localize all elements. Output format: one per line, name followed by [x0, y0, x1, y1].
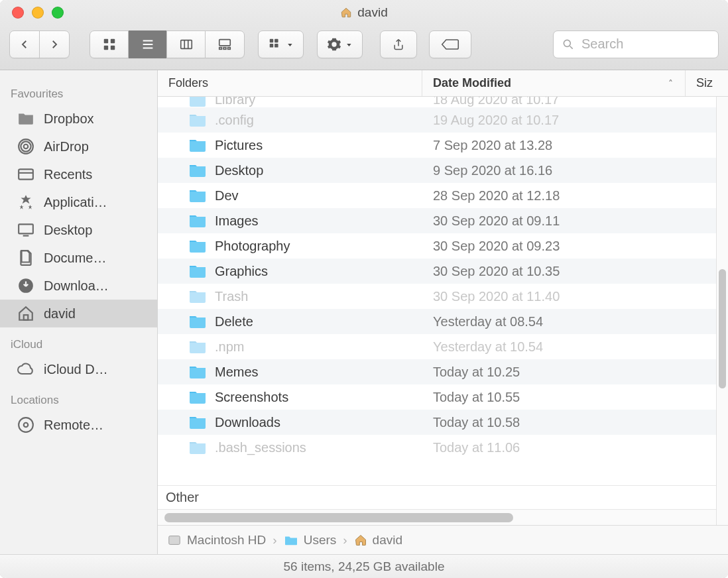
sidebar[interactable]: FavouritesDropboxAirDropRecentsApplicati… — [0, 70, 158, 554]
folder-icon — [188, 264, 207, 278]
path-segment[interactable]: david — [354, 533, 402, 548]
file-row[interactable]: Trash30 Sep 2020 at 11.40 — [158, 284, 716, 309]
svg-rect-14 — [270, 38, 274, 42]
svg-rect-7 — [180, 40, 192, 48]
path-label: Macintosh HD — [187, 533, 266, 548]
path-bar: Macintosh HD›Users›david — [158, 525, 728, 554]
back-button[interactable] — [9, 30, 40, 58]
sidebar-item-label: Downloa… — [44, 278, 109, 294]
horizontal-scrollbar[interactable] — [158, 509, 716, 525]
sidebar-item-applicati[interactable]: Applicati… — [0, 188, 157, 216]
file-name: Images — [215, 213, 259, 229]
folder-icon — [188, 314, 207, 329]
sidebar-section-title: iCloud — [0, 327, 157, 355]
path-segment[interactable]: Users — [284, 533, 337, 548]
file-name: Trash — [215, 289, 248, 304]
action-menu-button[interactable]: ▼ — [317, 30, 363, 58]
disc-icon — [16, 416, 36, 434]
svg-rect-0 — [103, 38, 107, 42]
share-button[interactable] — [380, 30, 417, 58]
svg-rect-10 — [219, 39, 231, 45]
file-row[interactable]: DownloadsToday at 10.58 — [158, 410, 716, 435]
home-icon — [340, 7, 352, 19]
file-row[interactable]: .bash_sessionsToday at 11.06 — [158, 435, 716, 460]
svg-rect-28 — [24, 315, 29, 320]
sidebar-item-icloudd[interactable]: iCloud D… — [0, 355, 157, 383]
file-date: 30 Sep 2020 at 10.35 — [422, 264, 716, 279]
file-row[interactable]: Library18 Aug 2020 at 10.17 — [158, 97, 716, 107]
sidebar-item-david[interactable]: david — [0, 300, 157, 327]
file-date: Today at 10.58 — [422, 415, 716, 430]
file-name: Delete — [215, 314, 253, 329]
file-name: Photography — [215, 239, 290, 254]
file-row[interactable]: ScreenshotsToday at 10.55 — [158, 384, 716, 410]
search-icon — [562, 38, 575, 51]
icloud-icon — [16, 361, 36, 378]
file-name: Dev — [215, 188, 239, 203]
horizontal-scroll-thumb[interactable] — [164, 513, 513, 522]
documents-icon — [16, 249, 36, 266]
home-icon — [354, 534, 367, 547]
sidebar-item-recents[interactable]: Recents — [0, 160, 157, 188]
path-segment[interactable]: Macintosh HD — [167, 533, 266, 548]
file-date: 30 Sep 2020 at 09.11 — [422, 213, 716, 229]
view-switcher — [90, 30, 245, 58]
file-row[interactable]: Desktop9 Sep 2020 at 16.16 — [158, 158, 716, 183]
tags-button[interactable] — [429, 30, 471, 58]
vertical-scroll-thumb[interactable] — [719, 269, 726, 388]
svg-rect-17 — [274, 44, 278, 48]
file-date: Yesterday at 10.54 — [422, 339, 716, 355]
svg-point-20 — [24, 144, 29, 149]
column-view-button[interactable] — [167, 30, 206, 58]
forward-button[interactable] — [39, 30, 70, 58]
svg-rect-25 — [19, 224, 33, 233]
sidebar-item-dropbox[interactable]: Dropbox — [0, 105, 157, 133]
sidebar-item-desktop[interactable]: Desktop — [0, 216, 157, 244]
file-date: Today at 10.55 — [422, 390, 716, 405]
file-row[interactable]: Pictures7 Sep 2020 at 13.28 — [158, 133, 716, 158]
file-row[interactable]: .npmYesterday at 10.54 — [158, 334, 716, 359]
file-date: 9 Sep 2020 at 16.16 — [422, 163, 716, 178]
sidebar-item-docume[interactable]: Docume… — [0, 244, 157, 272]
applications-icon — [16, 194, 36, 211]
folder-icon — [188, 239, 207, 253]
sidebar-item-label: david — [44, 306, 76, 321]
file-row[interactable]: MemesToday at 10.25 — [158, 359, 716, 384]
chevron-down-icon: ▼ — [345, 42, 353, 47]
svg-point-18 — [564, 40, 570, 46]
sidebar-item-label: Docume… — [44, 251, 106, 266]
window-title: david — [0, 5, 728, 20]
file-date: 28 Sep 2020 at 12.18 — [422, 188, 716, 203]
toolbar: ▼ ▼ — [0, 25, 728, 70]
group-by-button[interactable]: ▼ — [258, 30, 304, 58]
column-header-name[interactable]: Folders — [158, 70, 422, 96]
file-row[interactable]: DeleteYesterday at 08.54 — [158, 309, 716, 334]
folder-icon — [188, 188, 207, 203]
file-date: Today at 11.06 — [422, 440, 716, 455]
column-header-date[interactable]: Date Modified ˄ — [422, 70, 686, 96]
svg-rect-11 — [219, 47, 222, 49]
file-row[interactable]: Graphics30 Sep 2020 at 10.35 — [158, 259, 716, 284]
sidebar-item-remote[interactable]: Remote… — [0, 411, 157, 439]
file-list[interactable]: Library18 Aug 2020 at 10.17.config19 Aug… — [158, 97, 716, 485]
file-row[interactable]: Dev28 Sep 2020 at 12.18 — [158, 183, 716, 208]
sidebar-item-airdrop[interactable]: AirDrop — [0, 133, 157, 160]
folder-icon — [188, 97, 207, 107]
airdrop-icon — [16, 138, 36, 155]
file-row[interactable]: Photography30 Sep 2020 at 09.23 — [158, 233, 716, 259]
file-row[interactable]: .config19 Aug 2020 at 10.17 — [158, 107, 716, 133]
list-view-button[interactable] — [129, 30, 167, 58]
downloads-icon — [16, 277, 36, 294]
column-headers: Folders Date Modified ˄ Siz — [158, 70, 728, 97]
home-icon — [16, 305, 36, 322]
column-header-size[interactable]: Siz — [686, 70, 728, 96]
search-input[interactable] — [581, 36, 710, 52]
file-name: .npm — [215, 339, 244, 355]
sidebar-item-downloa[interactable]: Downloa… — [0, 272, 157, 300]
gallery-view-button[interactable] — [206, 30, 244, 58]
icon-view-button[interactable] — [90, 30, 129, 58]
search-field[interactable] — [553, 30, 719, 58]
file-date: 18 Aug 2020 at 10.17 — [422, 97, 716, 107]
file-row[interactable]: Images30 Sep 2020 at 09.11 — [158, 208, 716, 233]
vertical-scrollbar[interactable] — [716, 97, 728, 525]
